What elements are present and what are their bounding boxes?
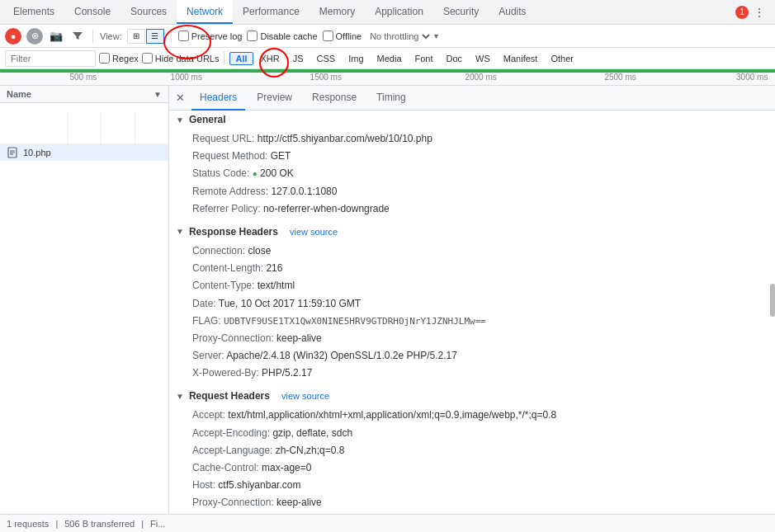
- hide-data-checkbox[interactable]: [142, 53, 153, 64]
- tab-console[interactable]: Console: [64, 0, 121, 24]
- req-key-5: Proxy-Connection:: [192, 497, 276, 508]
- filter-doc[interactable]: Doc: [441, 52, 469, 65]
- preserve-log-checkbox[interactable]: [178, 31, 189, 41]
- status-sep: |: [55, 519, 58, 529]
- throttle-select[interactable]: No throttling: [366, 31, 432, 42]
- resp-key-7: X-Powered-By:: [192, 367, 262, 379]
- req-row-3: Cache-Control: max-age=0: [192, 459, 762, 477]
- preserve-log-label[interactable]: Preserve log: [178, 31, 243, 41]
- filter-manifest[interactable]: Manifest: [498, 52, 544, 65]
- resp-key-flag: FLAG:: [192, 315, 224, 327]
- request-headers-triangle-icon: ▼: [176, 392, 184, 401]
- general-title: General: [189, 114, 226, 125]
- tab-sources[interactable]: Sources: [121, 0, 177, 24]
- filter-css[interactable]: CSS: [311, 52, 342, 65]
- regex-label[interactable]: Regex: [99, 53, 139, 64]
- resp-val-flag: UDBTVF9USE1TX1QwX0NINE5HRV9GTDRHOjNrY1JZ…: [224, 316, 486, 327]
- general-val-4: no-referrer-when-downgrade: [263, 203, 390, 214]
- close-detail-btn[interactable]: ✕: [176, 92, 188, 104]
- response-headers-title: Response Headers: [189, 226, 278, 238]
- response-headers-section-header[interactable]: ▼ Response Headers view source: [169, 223, 775, 241]
- filter-input[interactable]: [5, 50, 96, 67]
- disable-cache-label[interactable]: Disable cache: [247, 31, 317, 41]
- general-section: ▼ General Request URL: http://ctf5.shiya…: [169, 111, 775, 223]
- filter-img[interactable]: Img: [343, 52, 369, 65]
- filter-xhr[interactable]: XHR: [255, 52, 286, 65]
- tab-preview[interactable]: Preview: [248, 86, 300, 111]
- view-grid-btn[interactable]: ⊞: [127, 29, 145, 44]
- scrollbar-thumb[interactable]: [770, 284, 775, 317]
- requests-panel: Name ▼ 10.php: [0, 86, 169, 514]
- throttle-wrapper: No throttling ▾: [366, 31, 438, 42]
- resp-row-2: Content-Type: text/html: [192, 277, 762, 294]
- general-key-2: Status Code:: [192, 167, 253, 179]
- status-bar: 1 requests | 506 B transferred | Fi...: [0, 514, 775, 532]
- offline-checkbox[interactable]: [323, 31, 333, 41]
- offline-label[interactable]: Offline: [323, 31, 362, 41]
- ruler-mark-2500: 2500 ms: [604, 73, 636, 82]
- general-key-0: Request URL:: [192, 133, 258, 144]
- general-row-1: Request Method: GET: [192, 148, 762, 165]
- tab-performance[interactable]: Performance: [233, 0, 310, 24]
- tab-security[interactable]: Security: [433, 0, 489, 24]
- resp-row-3: Date: Tue, 10 Oct 2017 11:59:10 GMT: [192, 295, 762, 313]
- req-row-4: Host: ctf5.shiyanbar.com: [192, 477, 762, 494]
- camera-icon[interactable]: 📷: [48, 28, 64, 45]
- response-headers-triangle-icon: ▼: [176, 227, 184, 236]
- req-row-2: Accept-Language: zh-CN,zh;q=0.8: [192, 442, 762, 459]
- general-key-3: Remote Address:: [192, 186, 271, 197]
- file-icon: [7, 147, 18, 158]
- filter-font[interactable]: Font: [409, 52, 439, 65]
- req-row-0: Accept: text/html,application/xhtml+xml,…: [192, 407, 762, 424]
- headers-content: ▼ General Request URL: http://ctf5.shiya…: [169, 111, 775, 514]
- preserve-log-text: Preserve log: [191, 31, 243, 41]
- req-key-1: Accept-Encoding:: [192, 427, 272, 439]
- resp-row-5: Proxy-Connection: keep-alive: [192, 330, 762, 347]
- tab-elements[interactable]: Elements: [3, 0, 64, 24]
- hide-data-label[interactable]: Hide data URLs: [142, 53, 220, 64]
- record-button[interactable]: ●: [5, 28, 21, 45]
- filter-ws[interactable]: WS: [470, 52, 496, 65]
- filter-toolbar: Regex Hide data URLs All XHR JS CSS Img …: [0, 48, 775, 69]
- tab-memory[interactable]: Memory: [310, 0, 365, 24]
- resp-val-2: text/html: [258, 280, 295, 291]
- request-name: 10.php: [23, 148, 51, 158]
- disable-cache-checkbox[interactable]: [247, 31, 258, 41]
- tab-application[interactable]: Application: [365, 0, 433, 24]
- tab-timing[interactable]: Timing: [368, 86, 414, 111]
- clear-button[interactable]: ⊗: [26, 28, 43, 45]
- request-headers-view-source[interactable]: view source: [281, 391, 329, 401]
- resp-val-0: close: [248, 245, 271, 257]
- req-val-1: gzip, deflate, sdch: [272, 427, 352, 439]
- offline-text: Offline: [336, 31, 362, 41]
- req-key-0: Accept:: [192, 409, 228, 421]
- ruler-mark-1500: 1500 ms: [310, 73, 342, 82]
- sort-icon[interactable]: ▼: [154, 90, 162, 99]
- filter-other[interactable]: Other: [545, 52, 579, 65]
- filter-icon[interactable]: [69, 28, 86, 45]
- tab-headers[interactable]: Headers: [191, 86, 245, 111]
- error-badge: 1: [735, 6, 749, 19]
- tab-network[interactable]: Network: [177, 0, 233, 24]
- request-item[interactable]: 10.php: [0, 144, 168, 161]
- filter-all[interactable]: All: [229, 52, 253, 65]
- regex-checkbox[interactable]: [99, 53, 110, 64]
- request-headers-section: ▼ Request Headers view source Accept: te…: [169, 387, 775, 514]
- more-menu-icon[interactable]: ⋮: [754, 6, 765, 19]
- resp-val-5: keep-alive: [276, 332, 322, 344]
- general-section-header[interactable]: ▼ General: [169, 111, 775, 129]
- response-headers-body: Connection: close Content-Length: 216 Co…: [169, 241, 775, 388]
- tab-audits[interactable]: Audits: [489, 0, 536, 24]
- resp-val-3: Tue, 10 Oct 2017 11:59:10 GMT: [219, 298, 361, 309]
- general-body: Request URL: http://ctf5.shiyanbar.com/w…: [169, 129, 775, 223]
- filter-media[interactable]: Media: [371, 52, 408, 65]
- resp-key-3: Date:: [192, 298, 219, 309]
- response-headers-view-source[interactable]: view source: [290, 227, 338, 237]
- request-headers-body: Accept: text/html,application/xhtml+xml,…: [169, 405, 775, 514]
- main-area: Name ▼ 10.php: [0, 86, 775, 514]
- tab-response[interactable]: Response: [304, 86, 365, 111]
- view-list-btn[interactable]: ☰: [146, 29, 164, 44]
- filter-js[interactable]: JS: [287, 52, 310, 65]
- request-headers-section-header[interactable]: ▼ Request Headers view source: [169, 387, 775, 405]
- finish-status: Fi...: [150, 519, 165, 529]
